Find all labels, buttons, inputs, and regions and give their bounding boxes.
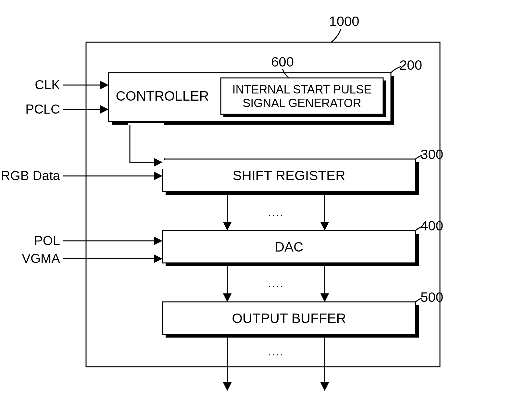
dac-ref: 400 <box>420 218 443 233</box>
input-vgma-label: VGMA <box>22 251 60 266</box>
dots-dac-ob: .... <box>268 278 284 289</box>
shiftreg-label: SHIFT REGISTER <box>233 168 345 183</box>
dots-out: .... <box>268 347 284 357</box>
ispg-label-1: INTERNAL START PULSE <box>232 83 372 96</box>
dac-label: DAC <box>275 239 304 254</box>
outbuf-ref: 500 <box>420 290 443 305</box>
dots-sr-dac: .... <box>268 207 284 218</box>
ispg-ref: 600 <box>271 54 294 69</box>
outer-ref: 1000 <box>329 14 359 29</box>
input-pol-label: POL <box>34 233 60 248</box>
block-diagram: 1000 CONTROLLER INTERNAL START PULSE SIG… <box>0 0 526 420</box>
outbuf-label: OUTPUT BUFFER <box>232 311 346 326</box>
input-clk-label: CLK <box>35 78 60 92</box>
controller-ref: 200 <box>399 57 422 73</box>
leader-1000 <box>331 29 341 42</box>
ispg-label-2: SIGNAL GENERATOR <box>243 96 361 110</box>
shiftreg-ref: 300 <box>420 147 443 162</box>
input-pclc-label: PCLC <box>25 102 60 116</box>
controller-label: CONTROLLER <box>116 88 209 104</box>
input-rgb-label: RGB Data <box>1 168 60 183</box>
